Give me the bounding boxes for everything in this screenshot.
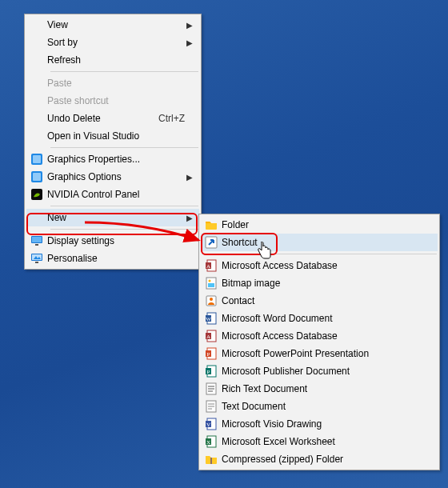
menu-item-display-settings[interactable]: Display settings xyxy=(26,232,199,250)
menu-label: Paste shortcut xyxy=(47,95,199,106)
menu-label: Microsoft Visio Drawing xyxy=(222,418,438,430)
svg-text:V: V xyxy=(206,422,210,428)
context-menu-new: Folder Shortcut A Microsoft Access Datab… xyxy=(198,214,440,470)
menu-item-open-in-visual-studio[interactable]: Open in Visual Studio xyxy=(26,127,199,145)
submenu-arrow-icon: ▶ xyxy=(186,214,193,222)
menu-label: Paste xyxy=(47,78,199,89)
menu-label: Microsoft Publisher Document xyxy=(222,366,438,377)
svg-text:A: A xyxy=(206,334,210,340)
menu-item-paste: Paste xyxy=(26,74,199,92)
svg-rect-16 xyxy=(208,283,214,287)
svg-point-17 xyxy=(209,280,211,282)
text-file-icon xyxy=(201,400,222,413)
intel-graphics-icon xyxy=(26,153,47,166)
menu-item-refresh[interactable]: Refresh xyxy=(26,51,199,69)
svg-rect-46 xyxy=(210,458,212,464)
menu-label: Microsoft Excel Worksheet xyxy=(222,436,438,447)
menu-label: Bitmap image xyxy=(222,278,438,289)
svg-rect-7 xyxy=(35,244,38,246)
menu-label: Rich Text Document xyxy=(222,383,438,394)
menu-label: Microsoft Access Database xyxy=(222,330,438,342)
rtf-file-icon xyxy=(201,382,222,395)
contact-file-icon xyxy=(201,294,222,307)
menu-separator xyxy=(50,71,198,72)
menu-label: Microsoft PowerPoint Presentation xyxy=(222,348,438,359)
menu-item-graphics-options[interactable]: Graphics Options▶ xyxy=(26,168,199,186)
access-file-icon: A xyxy=(201,330,222,342)
menu-item-folder[interactable]: Folder xyxy=(201,216,438,234)
nvidia-icon xyxy=(26,188,47,201)
shortcut-icon xyxy=(201,236,222,249)
menu-item-text-document[interactable]: Text Document xyxy=(201,398,438,415)
menu-label: Display settings xyxy=(47,235,199,246)
menu-label: Microsoft Access Database xyxy=(222,260,438,271)
svg-rect-6 xyxy=(32,237,42,242)
menu-item-paste-shortcut: Paste shortcut xyxy=(26,92,199,110)
menu-item-rich-text-document[interactable]: Rich Text Document xyxy=(201,380,438,398)
submenu-arrow-icon: ▶ xyxy=(186,21,193,30)
context-menu-desktop: View▶ Sort by▶ Refresh Paste Paste short… xyxy=(24,14,202,270)
menu-separator xyxy=(50,206,198,206)
menu-label: Sort by xyxy=(47,37,199,48)
menu-label: NVIDIA Control Panel xyxy=(47,189,199,200)
submenu-arrow-icon: ▶ xyxy=(186,173,193,182)
visio-file-icon: V xyxy=(201,418,222,430)
menu-label: View xyxy=(47,19,199,30)
menu-item-graphics-properties[interactable]: Graphics Properties... xyxy=(26,150,199,168)
svg-text:X: X xyxy=(206,439,210,446)
menu-label: Undo Delete xyxy=(47,113,158,124)
display-settings-icon xyxy=(26,234,47,247)
shortcut-text: Ctrl+Z xyxy=(158,113,199,124)
menu-label: Shortcut xyxy=(222,237,438,248)
menu-item-nvidia-control-panel[interactable]: NVIDIA Control Panel xyxy=(26,186,199,203)
svg-rect-10 xyxy=(35,262,38,263)
menu-label: Text Document xyxy=(222,401,438,412)
menu-label: New xyxy=(47,212,199,223)
menu-item-access-database-2[interactable]: A Microsoft Access Database xyxy=(201,327,438,345)
menu-label: Personalise xyxy=(47,253,199,264)
svg-text:W: W xyxy=(206,316,211,322)
submenu-arrow-icon: ▶ xyxy=(186,38,193,47)
menu-item-visio-drawing[interactable]: V Microsoft Visio Drawing xyxy=(201,415,438,433)
svg-text:P: P xyxy=(207,369,210,375)
powerpoint-file-icon: P xyxy=(201,347,222,360)
menu-item-access-database[interactable]: A Microsoft Access Database xyxy=(201,257,438,274)
personalise-icon xyxy=(26,252,47,265)
menu-label: Folder xyxy=(222,219,438,230)
menu-item-sort-by[interactable]: Sort by▶ xyxy=(26,34,199,51)
publisher-file-icon: P xyxy=(201,365,222,378)
menu-separator xyxy=(50,147,198,148)
desktop: View▶ Sort by▶ Refresh Paste Paste short… xyxy=(0,0,448,488)
menu-label: Open in Visual Studio xyxy=(47,130,199,142)
menu-label: Graphics Options xyxy=(47,171,199,182)
menu-item-view[interactable]: View▶ xyxy=(26,16,199,34)
svg-text:A: A xyxy=(206,263,210,270)
menu-item-undo-delete[interactable]: Undo DeleteCtrl+Z xyxy=(26,110,199,127)
zip-folder-icon xyxy=(201,453,222,466)
menu-item-compressed-folder[interactable]: Compressed (zipped) Folder xyxy=(201,450,438,468)
menu-item-contact[interactable]: Contact xyxy=(201,292,438,310)
excel-file-icon: X xyxy=(201,435,222,448)
folder-icon xyxy=(201,218,222,231)
menu-item-word-document[interactable]: W Microsoft Word Document xyxy=(201,310,438,327)
menu-label: Contact xyxy=(222,295,438,306)
svg-text:P: P xyxy=(207,351,210,358)
menu-label: Graphics Properties... xyxy=(47,154,199,165)
menu-item-excel-worksheet[interactable]: X Microsoft Excel Worksheet xyxy=(201,433,438,450)
svg-rect-3 xyxy=(33,173,41,181)
menu-item-shortcut[interactable]: Shortcut xyxy=(201,234,438,251)
menu-item-powerpoint-presentation[interactable]: P Microsoft PowerPoint Presentation xyxy=(201,345,438,362)
menu-label: Refresh xyxy=(47,54,199,66)
access-file-icon: A xyxy=(201,259,222,272)
menu-item-new[interactable]: New▶ xyxy=(26,209,199,226)
menu-item-personalise[interactable]: Personalise xyxy=(26,250,199,267)
menu-item-bitmap-image[interactable]: Bitmap image xyxy=(201,274,438,292)
word-file-icon: W xyxy=(201,312,222,325)
menu-separator xyxy=(50,229,198,230)
bitmap-file-icon xyxy=(201,277,222,290)
menu-item-publisher-document[interactable]: P Microsoft Publisher Document xyxy=(201,362,438,380)
svg-rect-1 xyxy=(33,155,41,163)
menu-separator xyxy=(225,254,437,254)
intel-graphics-icon xyxy=(26,170,47,183)
svg-point-19 xyxy=(210,298,213,301)
